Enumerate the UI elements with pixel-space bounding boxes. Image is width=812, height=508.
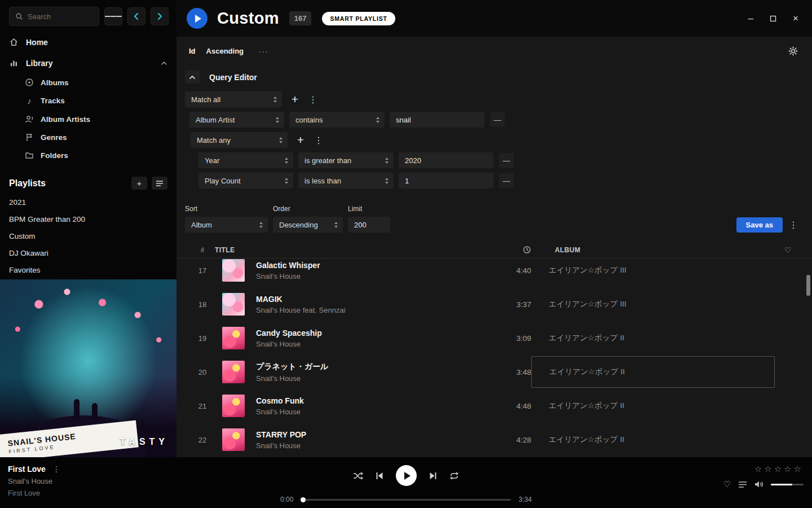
- group-menu-button[interactable]: ⋮: [314, 135, 324, 146]
- next-track-button[interactable]: [429, 472, 437, 480]
- rating-stars[interactable]: ☆☆☆☆☆: [754, 464, 804, 474]
- now-playing-artwork: SNAIL'S HOUSE FIRST LOVE TASTY: [0, 279, 176, 457]
- playlist-item-favorites[interactable]: Favorites: [0, 262, 176, 279]
- sidebar-item-library[interactable]: Library: [0, 52, 176, 73]
- close-button[interactable]: ×: [793, 14, 798, 23]
- rule-field-select[interactable]: Year: [198, 152, 293, 168]
- table-row[interactable]: 22 STARRY POP Snail's House 4:28 エイリアン☆ポ…: [176, 423, 812, 457]
- album-cell-editing[interactable]: エイリアン☆ポップ II: [531, 356, 775, 388]
- sidebar-item-albums[interactable]: Albums: [0, 73, 176, 91]
- sidebar-item-label: Library: [26, 59, 52, 68]
- playlist-item-custom[interactable]: Custom: [0, 228, 176, 245]
- previous-track-button[interactable]: [376, 472, 383, 480]
- sidebar-item-folders[interactable]: Folders: [0, 146, 176, 164]
- track-album: エイリアン☆ポップ II: [549, 333, 624, 343]
- save-as-button[interactable]: Save as: [736, 217, 783, 233]
- playlist-item-2021[interactable]: 2021: [0, 194, 176, 211]
- column-title[interactable]: TITLE: [215, 246, 469, 254]
- playlist-item-bpm[interactable]: BPM Greater than 200: [0, 211, 176, 228]
- track-duration: 3:09: [469, 334, 531, 343]
- seek-handle[interactable]: [301, 497, 306, 502]
- select-arrows-icon: [385, 178, 389, 184]
- column-album[interactable]: ALBUM: [531, 246, 775, 254]
- rule-value-input[interactable]: [390, 112, 484, 128]
- track-number: 18: [190, 300, 215, 309]
- rule-operator-select[interactable]: is less than: [298, 173, 394, 189]
- smart-playlist-badge: SMART PLAYLIST: [322, 12, 395, 25]
- forward-button[interactable]: [151, 7, 169, 25]
- maximize-button[interactable]: [770, 15, 776, 22]
- group-menu-button[interactable]: ⋮: [308, 94, 318, 105]
- add-rule-button[interactable]: +: [293, 132, 308, 148]
- player-right-controls: ☆☆☆☆☆ ♡: [723, 464, 804, 489]
- match-all-select[interactable]: Match all: [185, 91, 282, 107]
- track-table: # TITLE ALBUM ♡ 17 Galactic Whisper Snai…: [176, 242, 812, 457]
- playlists-title: Playlists: [9, 178, 46, 189]
- table-row[interactable]: 19 Candy Spaceship Snail's House 3:09 エイ…: [176, 321, 812, 355]
- rule-operator-select[interactable]: is greater than: [298, 152, 394, 168]
- sidebar-item-genres[interactable]: Genres: [0, 128, 176, 146]
- play-icon: [404, 472, 411, 480]
- select-arrows-icon: [285, 157, 288, 164]
- track-artist: Snail's House feat. Sennzai: [256, 306, 469, 314]
- table-row[interactable]: 17 Galactic Whisper Snail's House 4:40 エ…: [176, 259, 812, 287]
- column-number[interactable]: #: [190, 246, 215, 254]
- rule-field-select[interactable]: Album Artist: [189, 112, 284, 128]
- match-any-select[interactable]: Match any: [191, 132, 288, 148]
- add-rule-button[interactable]: +: [287, 91, 303, 107]
- playlist-menu-button[interactable]: ⋮: [788, 220, 798, 230]
- table-row[interactable]: 20 プラネット・ガール Snail's House 3:48 エイリアン☆ポッ…: [176, 355, 812, 389]
- playlist-item-dj-okawari[interactable]: DJ Okawari: [0, 245, 176, 262]
- back-button[interactable]: [127, 7, 145, 25]
- add-playlist-button[interactable]: +: [131, 177, 147, 190]
- play-icon: [195, 15, 201, 23]
- play-pause-button[interactable]: [396, 465, 417, 486]
- track-title: Cosmo Funk: [256, 396, 469, 405]
- sort-field-button[interactable]: Id: [189, 47, 196, 55]
- track-menu-button[interactable]: ⋮: [51, 465, 61, 474]
- minimize-button[interactable]: –: [748, 14, 753, 23]
- remove-rule-button[interactable]: —: [499, 153, 514, 168]
- search-input[interactable]: [28, 12, 90, 21]
- rule-field-select[interactable]: Play Count: [198, 173, 293, 189]
- table-row[interactable]: 21 Cosmo Funk Snail's House 4:48 エイリアン☆ポ…: [176, 389, 812, 423]
- queue-icon[interactable]: [738, 481, 747, 488]
- play-playlist-button[interactable]: [187, 8, 208, 29]
- track-artist: Snail's House: [256, 408, 469, 416]
- track-album: エイリアン☆ポップ II: [549, 435, 624, 445]
- more-options-button[interactable]: ···: [258, 46, 268, 56]
- select-value: is greater than: [304, 156, 351, 165]
- scrollbar-thumb[interactable]: [806, 275, 810, 296]
- remove-rule-button[interactable]: —: [499, 173, 514, 188]
- limit-input[interactable]: [348, 217, 390, 233]
- table-row[interactable]: 18 MAGIK Snail's House feat. Sennzai 3:3…: [176, 287, 812, 321]
- rule-value-input[interactable]: [399, 173, 493, 189]
- select-value: Descending: [279, 221, 318, 229]
- volume-slider[interactable]: [771, 484, 804, 485]
- track-duration: 4:48: [469, 402, 531, 410]
- remove-rule-button[interactable]: —: [490, 112, 505, 127]
- settings-gear-icon[interactable]: [788, 46, 798, 56]
- shuffle-button[interactable]: [353, 472, 363, 480]
- sidebar-item-home[interactable]: Home: [0, 32, 176, 52]
- repeat-button[interactable]: [449, 472, 459, 480]
- search-box[interactable]: [9, 7, 99, 26]
- order-select[interactable]: Descending: [273, 217, 343, 233]
- sort-direction-button[interactable]: Ascending: [206, 47, 244, 55]
- collapse-query-editor-button[interactable]: [185, 71, 200, 84]
- sidebar-item-album-artists[interactable]: Album Artists: [0, 110, 176, 128]
- column-duration[interactable]: [469, 246, 531, 254]
- column-favorite[interactable]: ♡: [775, 246, 801, 255]
- rule-operator-select[interactable]: contains: [289, 112, 385, 128]
- volume-icon[interactable]: [754, 480, 764, 488]
- favorite-heart-icon[interactable]: ♡: [723, 479, 731, 489]
- track-artist: Snail's House: [256, 441, 469, 450]
- rule-value-input[interactable]: [399, 152, 493, 168]
- sort-by-select[interactable]: Album: [185, 217, 268, 233]
- chevron-up-icon: [161, 60, 167, 67]
- sidebar-item-tracks[interactable]: ♪ Tracks: [0, 91, 176, 110]
- menu-button[interactable]: [104, 7, 122, 25]
- playlist-list-button[interactable]: [152, 177, 167, 190]
- seek-bar[interactable]: [301, 499, 510, 501]
- track-title: MAGIK: [256, 295, 469, 304]
